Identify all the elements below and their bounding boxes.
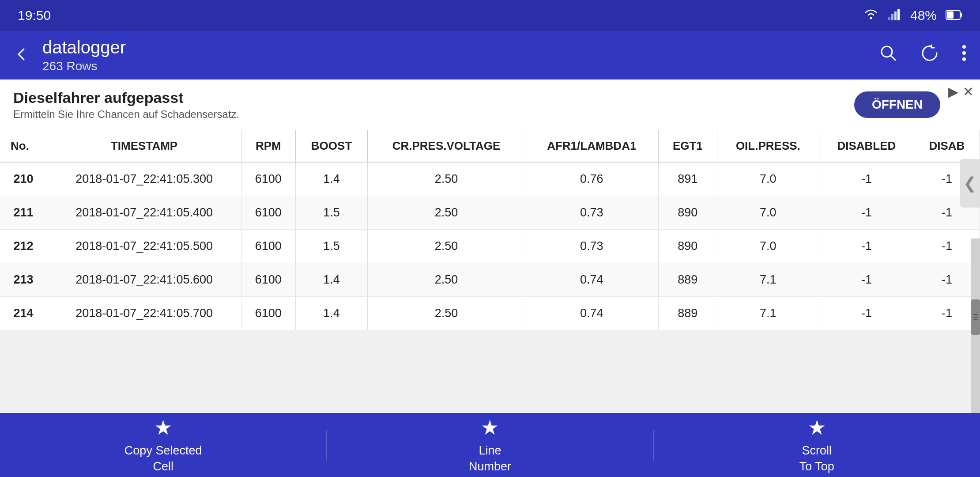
signal-icon xyxy=(888,8,901,23)
svg-rect-4 xyxy=(897,9,900,20)
chevron-left-icon: ❮ xyxy=(963,174,976,193)
cell-row3-col7[interactable]: 7.1 xyxy=(717,263,819,297)
svg-point-0 xyxy=(870,17,872,19)
cell-row4-col7[interactable]: 7.1 xyxy=(717,297,819,330)
col-boost: BOOST xyxy=(295,130,368,162)
cell-row0-col1[interactable]: 2018-01-07_22:41:05.300 xyxy=(47,162,241,196)
cell-row2-col8[interactable]: -1 xyxy=(819,230,914,263)
cell-row4-col1[interactable]: 2018-01-07_22:41:05.700 xyxy=(47,297,241,330)
col-crpres: CR.PRES.VOLTAGE xyxy=(368,130,525,162)
cell-row0-col8[interactable]: -1 xyxy=(819,162,914,196)
svg-point-9 xyxy=(962,45,966,49)
cell-row2-col4[interactable]: 2.50 xyxy=(368,230,525,263)
scrollbar-track[interactable] xyxy=(971,238,980,413)
cell-row4-col0[interactable]: 214 xyxy=(0,297,47,330)
ad-play-icon: ▶ xyxy=(948,84,958,99)
cell-row4-col2[interactable]: 6100 xyxy=(241,297,295,330)
cell-row1-col7[interactable]: 7.0 xyxy=(717,196,819,230)
nav-line-label: LineNumber xyxy=(469,443,511,474)
star-icon-copy: ★ xyxy=(154,416,172,439)
cell-row0-col0[interactable]: 210 xyxy=(0,162,47,196)
cell-row3-col8[interactable]: -1 xyxy=(819,263,914,297)
svg-rect-1 xyxy=(888,17,890,20)
cell-row3-col3[interactable]: 1.4 xyxy=(295,263,368,297)
cell-row2-col2[interactable]: 6100 xyxy=(241,230,295,263)
app-title-area: datalogger 263 Rows xyxy=(42,38,878,73)
cell-row1-col5[interactable]: 0.73 xyxy=(525,196,659,230)
table-row[interactable]: 2112018-01-07_22:41:05.40061001.52.500.7… xyxy=(0,196,980,230)
cell-row1-col3[interactable]: 1.5 xyxy=(295,196,368,230)
cell-row3-col4[interactable]: 2.50 xyxy=(368,263,525,297)
cell-row4-col5[interactable]: 0.74 xyxy=(525,297,659,330)
cell-row0-col4[interactable]: 2.50 xyxy=(368,162,525,196)
search-icon[interactable] xyxy=(878,43,898,68)
cell-row4-col9[interactable]: -1 xyxy=(914,297,980,330)
cell-row0-col5[interactable]: 0.76 xyxy=(525,162,659,196)
cell-row2-col3[interactable]: 1.5 xyxy=(295,230,368,263)
nav-copy-cell[interactable]: ★ Copy SelectedCell xyxy=(0,416,326,474)
cell-row2-col0[interactable]: 212 xyxy=(0,230,47,263)
star-icon-line: ★ xyxy=(481,416,499,439)
nav-scroll-top[interactable]: ★ ScrollTo Top xyxy=(654,416,980,474)
col-afr: AFR1/LAMBDA1 xyxy=(525,130,659,162)
svg-rect-6 xyxy=(960,13,962,17)
cell-row2-col5[interactable]: 0.73 xyxy=(525,230,659,263)
scrollbar-thumb[interactable] xyxy=(971,299,980,335)
cell-row4-col8[interactable]: -1 xyxy=(819,297,914,330)
ad-content: Dieselfahrer aufgepasst Ermitteln Sie Ih… xyxy=(13,89,854,121)
cell-row4-col6[interactable]: 889 xyxy=(659,297,717,330)
cell-row3-col5[interactable]: 0.74 xyxy=(525,263,659,297)
cell-row0-col7[interactable]: 7.0 xyxy=(717,162,819,196)
col-no: No. xyxy=(0,130,47,162)
ad-title: Dieselfahrer aufgepasst xyxy=(13,89,854,106)
cell-row1-col6[interactable]: 890 xyxy=(659,196,717,230)
cell-row3-col1[interactable]: 2018-01-07_22:41:05.600 xyxy=(47,263,241,297)
cell-row4-col3[interactable]: 1.4 xyxy=(295,297,368,330)
col-egt1: EGT1 xyxy=(659,130,717,162)
table-header-row: No. TIMESTAMP RPM BOOST CR.PRES.VOLTAGE … xyxy=(0,130,980,162)
cell-row1-col4[interactable]: 2.50 xyxy=(368,196,525,230)
cell-row0-col3[interactable]: 1.4 xyxy=(295,162,368,196)
refresh-icon[interactable] xyxy=(920,43,939,68)
app-bar-actions xyxy=(878,43,967,68)
cell-row1-col1[interactable]: 2018-01-07_22:41:05.400 xyxy=(47,196,241,230)
table-row[interactable]: 2142018-01-07_22:41:05.70061001.42.500.7… xyxy=(0,297,980,330)
table-row[interactable]: 2132018-01-07_22:41:05.60061001.42.500.7… xyxy=(0,263,980,297)
cell-row2-col6[interactable]: 890 xyxy=(659,230,717,263)
sidebar-handle[interactable]: ❮ xyxy=(960,159,980,208)
ad-close-icon[interactable]: ✕ xyxy=(963,84,974,99)
battery-percent: 48% xyxy=(910,8,937,23)
cell-row0-col2[interactable]: 6100 xyxy=(241,162,295,196)
cell-row0-col6[interactable]: 891 xyxy=(659,162,717,196)
cell-row2-col9[interactable]: -1 xyxy=(914,230,980,263)
cell-row3-col2[interactable]: 6100 xyxy=(241,263,295,297)
cell-row1-col8[interactable]: -1 xyxy=(819,196,914,230)
battery-icon xyxy=(946,8,962,23)
more-icon[interactable] xyxy=(961,43,967,68)
data-table-container: No. TIMESTAMP RPM BOOST CR.PRES.VOLTAGE … xyxy=(0,130,980,330)
table-row[interactable]: 2122018-01-07_22:41:05.50061001.52.500.7… xyxy=(0,230,980,263)
cell-row4-col4[interactable]: 2.50 xyxy=(368,297,525,330)
status-bar: 19:50 48% xyxy=(0,0,980,31)
cell-row1-col2[interactable]: 6100 xyxy=(241,196,295,230)
cell-row3-col0[interactable]: 213 xyxy=(0,263,47,297)
data-table: No. TIMESTAMP RPM BOOST CR.PRES.VOLTAGE … xyxy=(0,130,980,330)
svg-rect-3 xyxy=(894,11,897,20)
ad-open-button[interactable]: ÖFFNEN xyxy=(854,91,940,118)
cell-row3-col9[interactable]: -1 xyxy=(914,263,980,297)
col-disabled2: DISAB xyxy=(914,130,980,162)
back-button[interactable] xyxy=(13,43,29,67)
col-disabled1: DISABLED xyxy=(819,130,914,162)
status-right: 48% xyxy=(863,8,962,23)
svg-rect-2 xyxy=(891,14,893,20)
nav-scroll-label: ScrollTo Top xyxy=(799,443,834,474)
cell-row1-col0[interactable]: 211 xyxy=(0,196,47,230)
cell-row2-col1[interactable]: 2018-01-07_22:41:05.500 xyxy=(47,230,241,263)
main-content: Dieselfahrer aufgepasst Ermitteln Sie Ih… xyxy=(0,80,980,413)
cell-row3-col6[interactable]: 889 xyxy=(659,263,717,297)
cell-row2-col7[interactable]: 7.0 xyxy=(717,230,819,263)
app-title: datalogger xyxy=(42,38,878,57)
nav-line-number[interactable]: ★ LineNumber xyxy=(327,416,653,474)
table-row[interactable]: 2102018-01-07_22:41:05.30061001.42.500.7… xyxy=(0,162,980,196)
app-bar: datalogger 263 Rows xyxy=(0,31,980,80)
